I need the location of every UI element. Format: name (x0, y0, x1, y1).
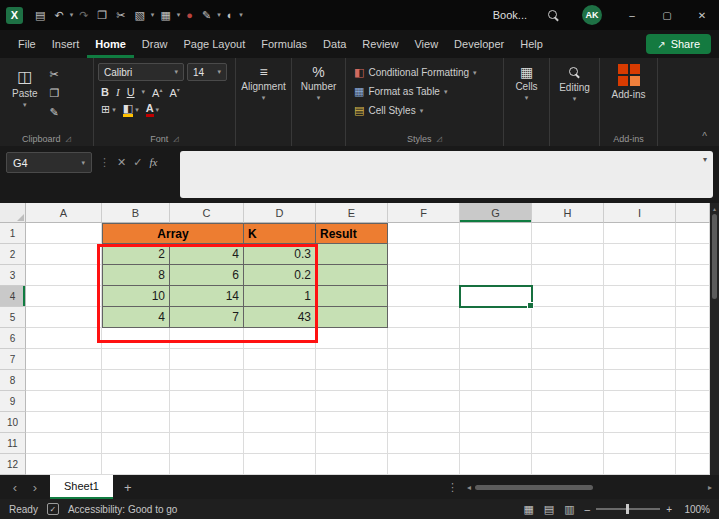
font-name-dropdown-icon[interactable]: ▾ (174, 68, 178, 76)
cell-G7[interactable] (460, 349, 532, 370)
tab-view[interactable]: View (406, 30, 446, 58)
cell-D11[interactable] (244, 433, 316, 454)
scroll-right-icon[interactable]: ▸ (708, 483, 712, 492)
cell-C2[interactable]: 4 (170, 244, 244, 265)
cell-A8[interactable] (26, 370, 102, 391)
cell-F1[interactable] (388, 223, 460, 244)
conditional-formatting-dropdown-icon[interactable]: ▾ (473, 69, 477, 77)
cell-I2[interactable] (604, 244, 676, 265)
vertical-scrollbar[interactable]: ▴ (710, 203, 719, 475)
borders-dropdown-icon[interactable]: ▾ (112, 106, 116, 114)
cell-G2[interactable] (460, 244, 532, 265)
cut-button[interactable]: ✂ (50, 68, 60, 81)
number-group-button[interactable]: % Number ▾ (292, 58, 346, 146)
decrease-font-button[interactable]: A▾ (169, 86, 179, 99)
tab-formulas[interactable]: Formulas (253, 30, 315, 58)
cell-G9[interactable] (460, 391, 532, 412)
cell-A10[interactable] (26, 412, 102, 433)
insert-function-icon[interactable]: fx (149, 152, 157, 173)
cell-D5[interactable]: 43 (244, 307, 316, 328)
cell-A2[interactable] (26, 244, 102, 265)
cell-H11[interactable] (532, 433, 604, 454)
cell-H1[interactable] (532, 223, 604, 244)
normal-view-icon[interactable]: ▦ (523, 503, 533, 516)
minimize-button[interactable]: – (615, 0, 649, 30)
accessibility-icon[interactable]: ✓ (47, 503, 59, 515)
font-name-combo[interactable]: Calibri ▾ (98, 63, 184, 81)
cell-B12[interactable] (102, 454, 170, 475)
bold-button[interactable]: B (101, 86, 109, 98)
tab-page-layout[interactable]: Page Layout (175, 30, 253, 58)
scroll-up-icon[interactable]: ▴ (713, 205, 716, 212)
collapse-ribbon-icon[interactable]: ^ (702, 131, 707, 142)
row-header-1[interactable]: 1 (0, 223, 26, 244)
page-layout-view-icon[interactable]: ▤ (544, 503, 554, 516)
chart-dropdown-icon[interactable]: ▾ (150, 11, 156, 19)
editing-dropdown-icon[interactable]: ▾ (573, 95, 577, 103)
table-dropdown-icon[interactable]: ▾ (176, 11, 182, 19)
cell-E7[interactable] (316, 349, 388, 370)
cell-C11[interactable] (170, 433, 244, 454)
cell-E12[interactable] (316, 454, 388, 475)
row-header-5[interactable]: 5 (0, 307, 26, 328)
cell-A6[interactable] (26, 328, 102, 349)
borders-button[interactable]: ⊞▾ (101, 103, 116, 116)
cell-D4[interactable]: 1 (244, 286, 316, 307)
cell-styles-dropdown-icon[interactable]: ▾ (420, 107, 424, 115)
add-sheet-button[interactable]: + (115, 480, 141, 495)
cell-H6[interactable] (532, 328, 604, 349)
cell-H3[interactable] (532, 265, 604, 286)
vertical-scrollbar-thumb[interactable] (712, 214, 717, 299)
close-button[interactable]: ✕ (685, 0, 719, 30)
name-box[interactable]: G4 ▾ (6, 152, 92, 173)
cell-A7[interactable] (26, 349, 102, 370)
table-icon[interactable]: ▦ (156, 9, 174, 22)
column-header-B[interactable]: B (102, 203, 170, 223)
tab-draw[interactable]: Draw (134, 30, 176, 58)
cell-D9[interactable] (244, 391, 316, 412)
cell-D12[interactable] (244, 454, 316, 475)
cell-F12[interactable] (388, 454, 460, 475)
cell-B8[interactable] (102, 370, 170, 391)
column-header-E[interactable]: E (316, 203, 388, 223)
cell-I11[interactable] (604, 433, 676, 454)
cell-C7[interactable] (170, 349, 244, 370)
row-header-6[interactable]: 6 (0, 328, 26, 349)
addins-icon[interactable] (618, 64, 640, 86)
share-button[interactable]: ↗ Share (646, 34, 711, 54)
cell-F2[interactable] (388, 244, 460, 265)
accessibility-status[interactable]: Accessibility: Good to go (68, 504, 178, 515)
cell-C9[interactable] (170, 391, 244, 412)
cell-C8[interactable] (170, 370, 244, 391)
cell-F3[interactable] (388, 265, 460, 286)
underline-dropdown-icon[interactable]: ▾ (142, 88, 146, 96)
cell-I7[interactable] (604, 349, 676, 370)
column-header-F[interactable]: F (388, 203, 460, 223)
cell-A4[interactable] (26, 286, 102, 307)
horizontal-scrollbar-thumb[interactable] (475, 485, 593, 490)
cell-F8[interactable] (388, 370, 460, 391)
font-size-dropdown-icon[interactable]: ▾ (217, 68, 221, 76)
cell-E1[interactable]: Result (316, 223, 388, 244)
number-dropdown-icon[interactable]: ▾ (317, 94, 321, 102)
cell-E6[interactable] (316, 328, 388, 349)
cells-group-button[interactable]: ▦ Cells ▾ (504, 58, 550, 146)
paste-dropdown-icon[interactable]: ▾ (23, 101, 27, 109)
tab-home[interactable]: Home (87, 30, 134, 58)
cell-C6[interactable] (170, 328, 244, 349)
zoom-out-icon[interactable]: – (585, 504, 591, 515)
fill-color-dropdown-icon[interactable]: ▾ (135, 106, 139, 114)
cell-A9[interactable] (26, 391, 102, 412)
cell-F5[interactable] (388, 307, 460, 328)
cell-I4[interactable] (604, 286, 676, 307)
italic-button[interactable]: I (116, 86, 120, 98)
zoom-slider-thumb[interactable] (626, 504, 629, 514)
column-header-G[interactable]: G (460, 203, 532, 223)
column-header-D[interactable]: D (244, 203, 316, 223)
search-icon[interactable] (547, 9, 560, 22)
column-header-A[interactable]: A (26, 203, 102, 223)
cell-H9[interactable] (532, 391, 604, 412)
tab-insert[interactable]: Insert (44, 30, 88, 58)
underline-button[interactable]: U (127, 86, 135, 98)
column-header-C[interactable]: C (170, 203, 244, 223)
